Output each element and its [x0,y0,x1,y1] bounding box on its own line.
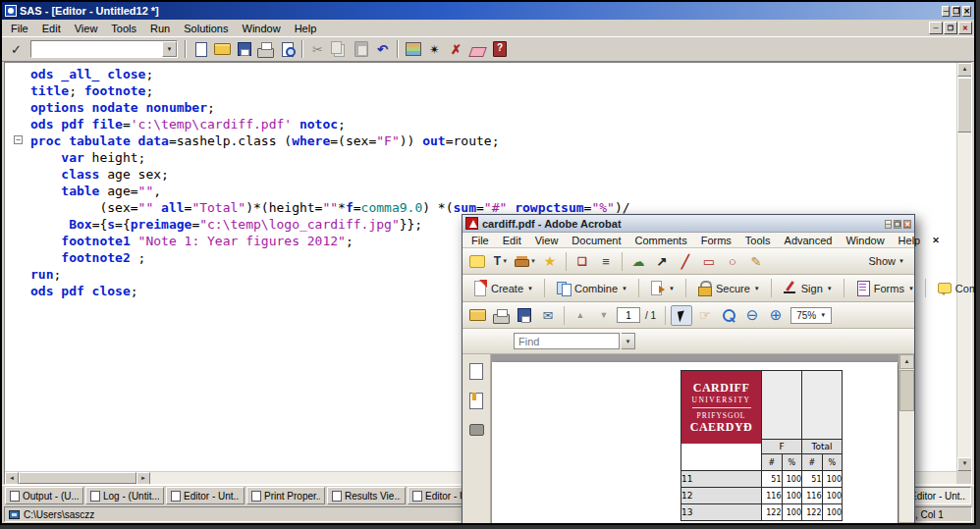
sticky-note-icon[interactable] [466,251,488,272]
callout-tool-icon[interactable]: ❑ [572,251,593,272]
open-folder-icon[interactable] [212,39,233,59]
highlight-text-icon[interactable]: ★ [539,251,561,272]
scroll-right-icon[interactable]: ► [136,472,150,485]
show-button[interactable]: Show ▼ [863,253,910,269]
menubar-close-icon[interactable]: ✕ [927,236,945,245]
acrobat-menu-comments[interactable]: Comments [628,234,694,247]
print-icon[interactable] [490,305,512,326]
acrobat-menu-view[interactable]: View [528,234,566,247]
pdf-scrollbar-thumb[interactable] [899,370,914,411]
next-page-icon[interactable]: ▼ [593,305,615,326]
close-button[interactable]: ✕ [962,6,971,17]
sas-menu-help[interactable]: Help [288,21,324,36]
vertical-scrollbar-thumb[interactable] [957,78,972,132]
comments-panel-icon[interactable] [466,420,486,440]
zoom-in-icon[interactable]: ⊕ [765,305,787,326]
clear-all-icon[interactable] [467,39,488,59]
print-preview-icon[interactable] [277,39,298,59]
acrobat-menu-forms[interactable]: Forms [694,234,738,247]
minimize-button[interactable]: ─ [942,6,950,17]
open-icon[interactable] [466,305,488,326]
page-display-icon[interactable] [466,331,488,351]
break-icon[interactable]: ✗ [446,39,466,59]
cut-icon[interactable]: ✂ [307,39,328,59]
export-button[interactable]: ▼ [644,279,681,297]
scroll-up-icon[interactable]: ▲ [957,63,972,77]
zoom-out-icon[interactable]: ⊖ [741,305,763,326]
acrobat-menu-edit[interactable]: Edit [496,234,528,247]
window-bar-print-properties[interactable]: Print Proper... [246,487,325,504]
child-close-button[interactable]: ✕ [958,22,972,34]
comments-list-icon[interactable]: ≡ [595,251,617,272]
acrobat-maximize-button[interactable]: ❐ [894,220,901,229]
zoom-level-select[interactable]: 75% ▼ [790,307,832,324]
acrobat-menu-file[interactable]: File [464,234,496,247]
scroll-down-icon[interactable]: ▼ [957,457,972,471]
vertical-scrollbar[interactable]: ▲ ▼ [956,63,971,471]
new-document-icon[interactable] [191,39,211,59]
hand-tool-icon[interactable]: ☞ [694,305,716,326]
page-number-input[interactable] [617,307,640,323]
acrobat-menu-tools[interactable]: Tools [738,234,778,247]
pdf-scrollbar[interactable]: ▲ ▼ [898,354,914,525]
previous-page-icon[interactable]: ▲ [570,305,591,326]
select-tool-icon[interactable] [671,305,692,326]
horizontal-scrollbar-thumb[interactable] [19,472,136,484]
restore-button[interactable]: ❐ [952,6,960,17]
pencil-tool-icon[interactable]: ✎ [745,251,767,272]
scroll-display-icon[interactable] [490,331,512,351]
help-icon[interactable] [489,39,510,59]
sas-menu-window[interactable]: Window [236,21,288,36]
acrobat-menu-help[interactable]: Help [892,234,928,247]
new-library-icon[interactable] [403,39,423,59]
sas-menu-view[interactable]: View [68,21,105,36]
oval-tool-icon[interactable]: ○ [722,251,743,272]
pages-panel-icon[interactable] [466,361,486,381]
check-icon[interactable]: ✓ [6,39,27,59]
window-bar-log[interactable]: Log - (Untit... [85,487,164,504]
comment-button[interactable]: Comment▼ [931,279,976,297]
sas-menu-edit[interactable]: Edit [35,21,68,36]
undo-icon[interactable]: ↶ [372,39,393,59]
copy-icon[interactable] [329,39,350,59]
acrobat-titlebar[interactable]: cardiff.pdf - Adobe Acrobat ─❐✕ [463,215,914,233]
scroll-up-icon[interactable]: ▲ [899,354,914,369]
acrobat-close-button[interactable]: ✕ [903,220,911,229]
submit-icon[interactable]: ✴ [424,39,445,59]
scroll-left-icon[interactable]: ◄ [5,472,19,485]
sign-button[interactable]: Sign▼ [777,279,839,297]
arrow-tool-icon[interactable]: ↗ [651,251,673,272]
sas-menu-tools[interactable]: Tools [104,21,143,36]
window-bar-editor1[interactable]: Editor - Unt... [166,487,245,504]
window-bar-results-viewer[interactable]: Results Vie... [327,487,406,504]
combo-dropdown-icon[interactable]: ▼ [162,41,177,57]
forms-button[interactable]: Forms▼ [849,279,920,297]
cloud-tool-icon[interactable]: ☁ [627,251,649,272]
paste-icon[interactable] [351,39,371,59]
line-tool-icon[interactable]: ╱ [675,251,696,272]
bookmarks-panel-icon[interactable] [466,391,486,410]
secure-button[interactable]: Secure▼ [691,279,766,297]
acrobat-menu-document[interactable]: Document [565,234,627,247]
save-icon[interactable] [234,39,254,59]
collapse-toggle-icon[interactable]: − [14,135,23,144]
find-dropdown-icon[interactable]: ▼ [622,333,635,349]
sas-menu-solutions[interactable]: Solutions [177,21,235,36]
create-button[interactable]: Create▼ [466,279,539,297]
text-edits-icon[interactable]: T▼ [490,251,512,272]
sas-menu-run[interactable]: Run [143,21,177,36]
command-combobox[interactable]: ▼ [30,40,178,58]
acrobat-menu-window[interactable]: Window [839,234,891,247]
child-minimize-button[interactable]: ─ [929,22,943,34]
print-icon[interactable] [255,39,276,59]
email-icon[interactable]: ✉ [537,305,559,326]
stamp-icon[interactable]: ▼ [514,251,537,272]
sas-menu-file[interactable]: File [4,21,35,36]
child-restore-button[interactable]: ❐ [944,22,957,34]
marquee-zoom-icon[interactable] [718,305,739,326]
scroll-down-icon[interactable]: ▼ [899,522,914,525]
rectangle-tool-icon[interactable]: ▭ [698,251,720,272]
window-bar-output[interactable]: Output - (U... [5,487,83,504]
find-input[interactable] [514,333,620,349]
save-icon[interactable] [514,305,535,326]
